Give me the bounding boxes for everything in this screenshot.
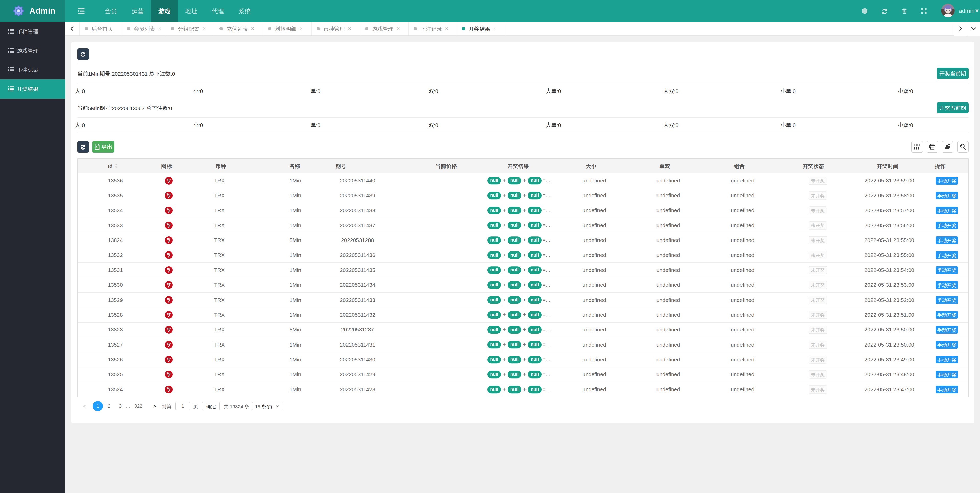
svg-text:X: X <box>95 146 97 149</box>
